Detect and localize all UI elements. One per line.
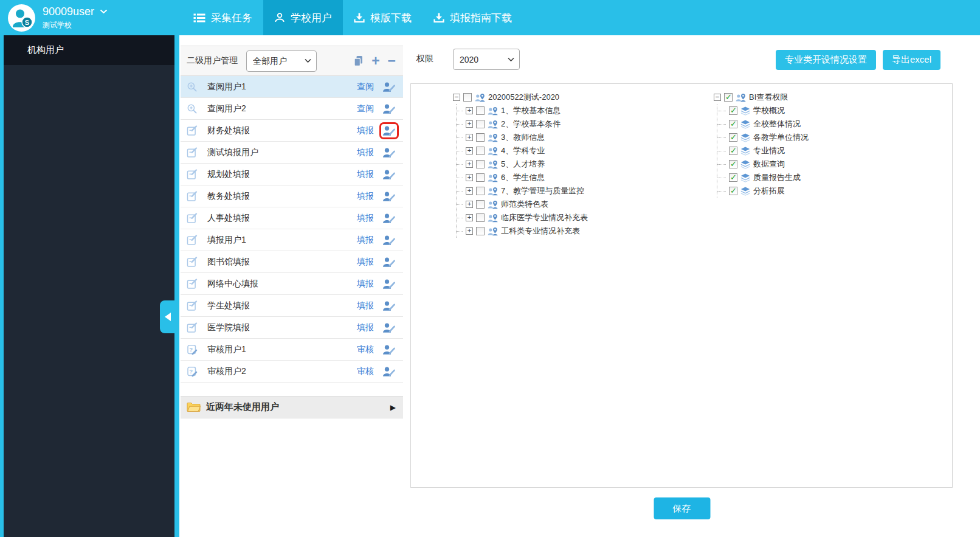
- tree-node-label[interactable]: 各教学单位情况: [753, 132, 809, 143]
- edit-user-icon[interactable]: [382, 279, 396, 289]
- checkbox-checked[interactable]: [729, 120, 737, 128]
- form-tree-node[interactable]: + 6、学生信息: [457, 171, 588, 184]
- bi-tree-node[interactable]: 质量报告生成: [717, 171, 809, 184]
- user-row[interactable]: ? 学生处填报 填报: [181, 295, 403, 317]
- expand-toggle-icon[interactable]: +: [466, 147, 473, 154]
- expand-toggle-icon[interactable]: +: [466, 214, 473, 221]
- expand-toggle-icon[interactable]: +: [466, 174, 473, 181]
- sidebar-collapse-handle[interactable]: [160, 300, 176, 333]
- current-user-menu[interactable]: S 90009user 测试学校: [8, 4, 108, 32]
- tree-node-label[interactable]: 临床医学专业情况补充表: [501, 212, 588, 223]
- edit-user-icon[interactable]: [382, 257, 396, 268]
- tree-root-label[interactable]: BI查看权限: [749, 92, 788, 103]
- tree-node-label[interactable]: 全校整体情况: [753, 119, 801, 130]
- form-tree-node[interactable]: + 3、教师信息: [457, 131, 588, 144]
- bi-tree-node[interactable]: 数据查询: [717, 158, 809, 171]
- user-row[interactable]: ? 填报用户1 填报: [181, 229, 403, 251]
- expand-toggle-icon[interactable]: +: [466, 107, 473, 114]
- edit-user-icon[interactable]: [382, 191, 396, 202]
- checkbox-checked[interactable]: [729, 147, 737, 155]
- tree-root-row[interactable]: − BI查看权限: [714, 91, 809, 104]
- edit-user-icon[interactable]: [382, 147, 396, 158]
- collapse-toggle-icon[interactable]: −: [714, 94, 721, 101]
- form-tree-node[interactable]: + 4、学科专业: [457, 144, 588, 158]
- checkbox[interactable]: [476, 187, 485, 195]
- form-tree-node[interactable]: + 师范类特色表: [457, 198, 588, 211]
- edit-user-icon[interactable]: [382, 213, 396, 224]
- nav-tab-template-download[interactable]: 模版下载: [343, 0, 423, 35]
- tree-node-label[interactable]: 数据查询: [753, 159, 785, 170]
- form-tree-node[interactable]: + 7、教学管理与质量监控: [457, 184, 588, 198]
- nav-tab-school-users[interactable]: 学校用户: [263, 0, 343, 35]
- form-tree-node[interactable]: + 2、学校基本条件: [457, 117, 588, 131]
- form-tree-node[interactable]: + 5、人才培养: [457, 158, 588, 171]
- tree-node-label[interactable]: 分析拓展: [753, 185, 785, 196]
- edit-user-icon[interactable]: [382, 169, 396, 180]
- checkbox[interactable]: [476, 227, 485, 235]
- bi-tree-node[interactable]: 学校概况: [717, 104, 809, 117]
- save-button[interactable]: 保存: [654, 497, 710, 519]
- checkbox-checked[interactable]: [729, 187, 737, 195]
- user-row[interactable]: ? 查阅用户1 查阅: [181, 76, 403, 98]
- user-row[interactable]: ? 网络中心填报 填报: [181, 273, 403, 295]
- tree-node-label[interactable]: 2、学校基本条件: [501, 119, 561, 130]
- tree-node-label[interactable]: 师范类特色表: [501, 199, 548, 210]
- edit-user-icon[interactable]: [382, 300, 396, 311]
- user-row[interactable]: ? 教务处填报 填报: [181, 185, 403, 207]
- expand-toggle-icon[interactable]: +: [466, 120, 473, 128]
- checkbox[interactable]: [476, 160, 485, 168]
- expand-toggle-icon[interactable]: +: [466, 161, 473, 168]
- tree-node-label[interactable]: 4、学科专业: [501, 145, 545, 156]
- checkbox-checked[interactable]: [729, 133, 737, 142]
- checkbox[interactable]: [476, 133, 485, 142]
- checkbox[interactable]: [476, 106, 485, 115]
- tree-node-label[interactable]: 3、教师信息: [501, 132, 545, 143]
- tree-node-label[interactable]: 5、人才培养: [501, 159, 545, 170]
- checkbox-checked[interactable]: [724, 93, 733, 102]
- remove-user-icon[interactable]: −: [388, 55, 396, 66]
- bi-tree-node[interactable]: 全校整体情况: [717, 117, 809, 131]
- year-select[interactable]: 2020: [453, 49, 520, 70]
- export-excel-button[interactable]: 导出excel: [883, 50, 940, 70]
- major-settings-button[interactable]: 专业类开设情况设置: [776, 50, 876, 70]
- tree-node-label[interactable]: 6、学生信息: [501, 172, 545, 183]
- user-row[interactable]: ? 查阅用户2 查阅: [181, 98, 403, 120]
- edit-user-icon[interactable]: [382, 235, 396, 246]
- checkbox[interactable]: [476, 147, 485, 155]
- unused-users-bar[interactable]: 近两年未使用用户 ▶: [181, 396, 403, 418]
- bi-tree-node[interactable]: 各教学单位情况: [717, 131, 809, 144]
- checkbox[interactable]: [476, 120, 485, 128]
- expand-toggle-icon[interactable]: +: [466, 227, 473, 235]
- user-row[interactable]: ? 财务处填报 填报: [181, 120, 403, 142]
- checkbox-checked[interactable]: [729, 160, 737, 168]
- bi-tree-node[interactable]: 专业情况: [717, 144, 809, 158]
- user-row[interactable]: ? 审核用户1 审核: [181, 339, 403, 361]
- edit-user-icon[interactable]: [382, 344, 396, 355]
- edit-user-icon[interactable]: [382, 103, 396, 114]
- tree-node-label[interactable]: 7、教学管理与质量监控: [501, 185, 584, 196]
- bi-tree-node[interactable]: 分析拓展: [717, 184, 809, 198]
- edit-user-icon[interactable]: [382, 125, 396, 136]
- tree-node-label[interactable]: 学校概况: [753, 105, 785, 116]
- collapse-toggle-icon[interactable]: −: [453, 94, 460, 101]
- nav-tab-guide-download[interactable]: 填报指南下载: [423, 0, 523, 35]
- form-tree-node[interactable]: + 工科类专业情况补充表: [457, 224, 588, 238]
- form-tree-node[interactable]: + 临床医学专业情况补充表: [457, 211, 588, 224]
- user-row[interactable]: ? 图书馆填报 填报: [181, 251, 403, 273]
- edit-user-icon[interactable]: [382, 81, 396, 92]
- user-row[interactable]: ? 人事处填报 填报: [181, 207, 403, 229]
- sidebar-item-org-users[interactable]: 机构用户: [4, 35, 174, 65]
- tree-node-label[interactable]: 1、学校基本信息: [501, 105, 561, 116]
- nav-tab-collection-tasks[interactable]: 采集任务: [182, 0, 263, 35]
- expand-toggle-icon[interactable]: +: [466, 187, 473, 195]
- copy-user-icon[interactable]: [353, 55, 364, 67]
- checkbox-checked[interactable]: [729, 173, 737, 182]
- user-row[interactable]: ? 医学院填报 填报: [181, 317, 403, 339]
- tree-node-label[interactable]: 专业情况: [753, 145, 785, 156]
- form-tree-node[interactable]: + 1、学校基本信息: [457, 104, 588, 117]
- checkbox[interactable]: [476, 200, 485, 209]
- edit-user-icon[interactable]: [382, 322, 396, 333]
- user-filter-select[interactable]: 全部用户: [246, 50, 317, 72]
- checkbox-checked[interactable]: [729, 106, 737, 115]
- tree-root-row[interactable]: − 20200522测试-2020: [453, 91, 588, 104]
